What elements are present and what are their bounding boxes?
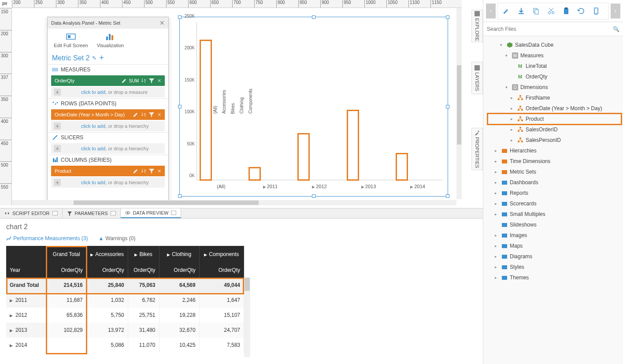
tree-item[interactable]: Slideshows	[488, 219, 621, 230]
tab-parameters[interactable]: PARAMETERS	[63, 208, 121, 218]
visualization-button[interactable]: Visualization	[97, 32, 124, 48]
sort-icon[interactable]	[141, 111, 147, 118]
paste-icon[interactable]	[562, 7, 570, 15]
filter-icon[interactable]	[148, 111, 155, 118]
resize-handle[interactable]	[312, 15, 315, 19]
x-tick[interactable]: ▶2012	[295, 182, 344, 193]
row-label[interactable]: ▶2013	[6, 323, 46, 338]
tab-data-preview[interactable]: DATA PREVIEW	[121, 208, 182, 218]
chart-widget[interactable]: 0K50K100K150K200K250K (All)AccessoriesBi…	[179, 17, 448, 197]
grid-scrollbar[interactable]	[244, 278, 250, 357]
caret-icon[interactable]: ▾	[505, 85, 510, 89]
refresh-icon[interactable]	[577, 7, 585, 15]
measure-pill-orderqty[interactable]: OrderQty SUM ✕	[51, 75, 165, 86]
caret-icon[interactable]: ▸	[495, 265, 499, 269]
tree-item[interactable]: ▸FirstName	[488, 93, 621, 103]
tree-item[interactable]: ▸Themes	[488, 272, 621, 283]
caret-icon[interactable]: ▸	[495, 170, 499, 174]
row-label[interactable]: ▶2014	[6, 338, 46, 353]
resize-handle[interactable]	[446, 194, 449, 198]
tree-item[interactable]: ▸Styles	[488, 262, 621, 272]
tree-item[interactable]: MOrderQty	[488, 71, 621, 82]
tree-item[interactable]: ▸Metric Sets	[488, 167, 621, 177]
drop-columns-row[interactable]: + click to add, or drop a hierarchy	[51, 177, 165, 188]
mobile-icon[interactable]	[592, 7, 600, 15]
warnings-link[interactable]: ▲Warnings (0)	[98, 235, 135, 241]
tree-item[interactable]: ▸Maps	[488, 241, 621, 251]
resize-handle[interactable]	[178, 15, 182, 19]
table-row[interactable]: ▶20145,08611,07010,4257,583	[6, 338, 244, 353]
resize-handle[interactable]	[446, 105, 449, 108]
edit-icon[interactable]: ✎	[92, 55, 96, 61]
resize-handle[interactable]	[178, 194, 182, 198]
vtab-layers[interactable]: LAYERS	[471, 62, 483, 94]
row-label[interactable]: ▶2011	[6, 293, 46, 308]
canvas-scrollbar-vertical[interactable]	[456, 8, 462, 199]
resize-handle[interactable]	[446, 15, 449, 19]
sort-icon[interactable]	[141, 168, 147, 174]
row-label[interactable]: ▶2012	[6, 308, 46, 323]
caret-icon[interactable]: ▸	[495, 275, 499, 280]
caret-icon[interactable]: ▸	[511, 106, 515, 111]
resize-handle[interactable]	[178, 105, 182, 108]
table-row[interactable]: ▶201265,8365,75025,75119,22815,107	[6, 308, 244, 323]
tree-item[interactable]: ▸Diagrams	[488, 251, 621, 262]
tree-item[interactable]: ▸Time Dimensions	[488, 156, 621, 167]
row-label[interactable]: Grand Total	[6, 278, 46, 293]
remove-icon[interactable]: ✕	[157, 112, 161, 118]
caret-icon[interactable]: ▸	[495, 159, 499, 163]
sort-icon[interactable]	[141, 78, 147, 84]
columns-pill-product[interactable]: Product ✕	[51, 166, 165, 176]
vtab-explore[interactable]: EXPLORE	[471, 10, 483, 42]
caret-icon[interactable]: ▸	[511, 127, 515, 132]
plus-icon[interactable]: +	[54, 123, 61, 130]
edit-icon[interactable]	[502, 7, 510, 15]
resize-handle[interactable]	[312, 194, 315, 198]
edit-icon[interactable]	[121, 78, 127, 84]
table-row[interactable]: ▶2013102,82913,97231,48032,67024,707	[6, 323, 244, 338]
plus-icon[interactable]: +	[54, 179, 61, 186]
filter-icon[interactable]	[148, 168, 155, 174]
canvas-scrollbar-horizontal[interactable]	[12, 200, 456, 205]
import-icon[interactable]	[517, 7, 525, 15]
data-grid[interactable]: Grand Total ▶Accessories ▶Bikes ▶Clothin…	[6, 246, 244, 353]
edit-icon[interactable]	[133, 111, 139, 118]
caret-icon[interactable]: ▸	[495, 212, 499, 216]
tree-item[interactable]: ▸Dashboards	[488, 177, 621, 188]
search-icon[interactable]: 🔍	[613, 26, 619, 32]
caret-icon[interactable]: ▸	[495, 180, 499, 185]
drop-slicers-row[interactable]: + click to add, or drop a hierarchy	[51, 143, 165, 154]
drop-rows-row[interactable]: + click to add, or drop a hierarchy	[51, 121, 165, 131]
caret-icon[interactable]: ▾	[500, 43, 504, 47]
tree-item[interactable]: ▸Hierarchies	[488, 145, 621, 156]
tree-item[interactable]: ▾SalesData Cube	[488, 40, 621, 50]
caret-icon[interactable]: ▾	[505, 53, 510, 58]
tree-item[interactable]: ▾DDimensions	[488, 82, 621, 93]
caret-icon[interactable]: ▸	[511, 96, 515, 100]
drop-measure-row[interactable]: + click to add, or drop a measure	[51, 87, 165, 97]
tree-item[interactable]: ▸OrderDate (Year > Month > Day)	[488, 103, 621, 114]
tree-item[interactable]: MLineTotal	[488, 61, 621, 71]
tree-item[interactable]: ▸SalesPersonID	[488, 135, 621, 145]
nav-next-icon[interactable]: ›	[611, 4, 620, 19]
edit-icon[interactable]	[133, 168, 139, 174]
caret-icon[interactable]: ▸	[495, 254, 499, 259]
copy-icon[interactable]	[532, 7, 540, 15]
tree-item[interactable]: ▸Images	[488, 230, 621, 241]
add-metricset-icon[interactable]: +	[99, 53, 104, 63]
remove-icon[interactable]: ✕	[157, 78, 161, 84]
tree-item[interactable]: ▾MMeasures	[488, 50, 621, 61]
caret-icon[interactable]: ▸	[511, 117, 515, 121]
explorer-tree[interactable]: ▾SalesData Cube▾MMeasuresMLineTotalMOrde…	[483, 37, 623, 364]
filter-icon[interactable]	[148, 78, 155, 84]
x-tick[interactable]: (All)	[197, 182, 246, 193]
rows-pill-orderdate[interactable]: OrderDate (Year > Month > Day) ✕	[51, 109, 165, 120]
caret-icon[interactable]: ▸	[495, 201, 499, 206]
vtab-properties[interactable]: PROPERTIES	[471, 128, 483, 170]
tab-script-editor[interactable]: SCRIPT EDITOR	[0, 208, 63, 218]
tree-item[interactable]: ▸Scorecards	[488, 198, 621, 209]
edit-fullscreen-button[interactable]: Edit Full Screen	[54, 32, 88, 48]
table-row[interactable]: ▶201111,6871,0326,7622,2461,647	[6, 293, 244, 308]
caret-icon[interactable]: ▸	[511, 138, 515, 142]
tree-item[interactable]: ▸SalesOrderID	[488, 124, 621, 135]
